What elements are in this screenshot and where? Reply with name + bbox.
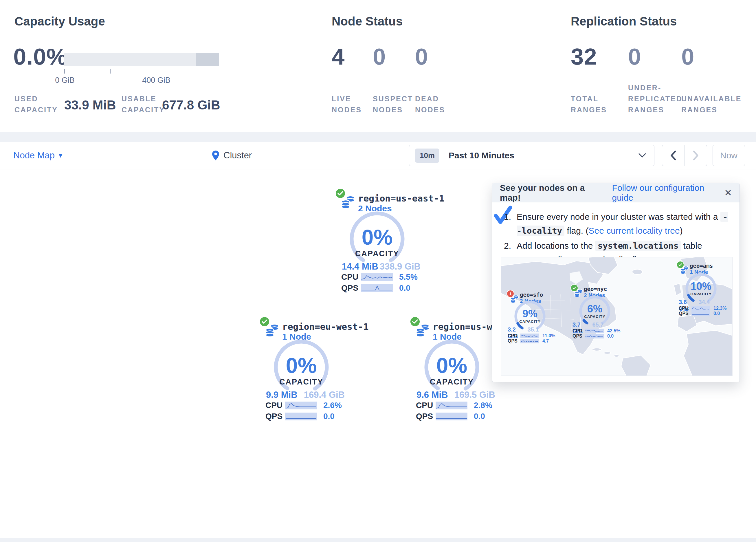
dead-label-line1: DEAD [415, 93, 445, 104]
popup-header: See your nodes on a map! Follow our conf… [492, 183, 740, 202]
page-bottom-strip [0, 538, 756, 542]
tick-label-400: 400 GiB [142, 76, 170, 85]
qps-sparkline [361, 284, 393, 292]
cpu-value: 11.0% [542, 333, 555, 339]
cpu-label: CPU [341, 273, 359, 282]
node-status-title: Node Status [332, 14, 403, 28]
cpu-sparkline [436, 402, 467, 409]
used-value: 9.6 MiB [416, 390, 448, 400]
system-locations-code: system.locations [595, 240, 681, 251]
geo-title: geo=sfo [520, 292, 543, 298]
cpu-label: CPU [416, 401, 434, 410]
capacity-label: CAPACITY [348, 249, 406, 258]
capacity-label: CAPACITY [423, 378, 481, 387]
cpu-label: CPU [572, 328, 584, 334]
capacity-percent-value: 0% [272, 353, 330, 378]
example-node-map-image: 1 geo=sfo 2 Nodes 9% CAPACITY 3.2 GiB 35… [501, 257, 733, 376]
capacity-percent-value: 6% [578, 303, 612, 315]
qps-value: 0.0 [607, 334, 614, 339]
live-nodes-label: LIVE NODES [332, 93, 362, 115]
capacity-percent-value: 9% [513, 308, 547, 320]
qps-label: QPS [679, 311, 690, 316]
time-range-dropdown[interactable]: 10m Past 10 Minutes [409, 145, 654, 166]
under-replicated-line1: UNDER- [628, 82, 682, 93]
cpu-row: CPU 5.5% [341, 273, 425, 282]
step-forward-button[interactable] [685, 145, 707, 166]
qps-sparkline [585, 334, 604, 339]
replication-status-title: Replication Status [571, 14, 677, 28]
cpu-row: CPU 2.8% [416, 401, 500, 410]
total-ranges-value: 32 [571, 43, 597, 70]
qps-label: QPS [341, 284, 359, 293]
qps-sparkline [520, 339, 539, 344]
popup-title: See your nodes on a map! [500, 183, 605, 203]
locality-tree-link[interactable]: See current locality tree [589, 226, 680, 235]
view-selector-node-map[interactable]: Node Map ▾ [13, 142, 62, 169]
qps-label: QPS [265, 412, 283, 421]
total-ranges-label: TOTAL RANGES [571, 93, 607, 115]
time-step-buttons [662, 145, 707, 166]
qps-sparkline [285, 413, 317, 420]
capacity-label: CAPACITY [513, 319, 547, 324]
qps-value: 0.0 [323, 412, 335, 421]
geo-title: geo=ams [690, 262, 713, 269]
capacity-label: CAPACITY [578, 315, 612, 319]
cpu-sparkline [691, 306, 710, 311]
map-node-geo-ams: geo=ams 1 Node 10% CAPACITY 3.6 GiB 34.4… [676, 261, 726, 315]
total-value: 169.4 GiB [304, 390, 345, 400]
node-group-us-east-1[interactable]: region=us-east-1 2 Nodes 0% CAPACITY 14.… [329, 187, 436, 297]
now-button[interactable]: Now [713, 145, 745, 166]
database-icon [265, 323, 280, 338]
summary-band: Capacity Usage 0.0% 0 GiB 400 GiB USED C… [0, 0, 756, 132]
close-icon[interactable]: ✕ [724, 187, 732, 198]
live-nodes-value: 4 [332, 43, 345, 70]
dead-label-line2: NODES [415, 104, 445, 115]
capacity-values: 9.9 MiB 169.4 GiB [266, 390, 345, 400]
tick [156, 69, 156, 73]
step-1-text-c: ) [680, 226, 683, 235]
cpu-label: CPU [679, 306, 690, 311]
total-value: 338.9 GiB [380, 261, 421, 272]
under-replicated-value: 0 [628, 43, 641, 70]
capacity-percent-value: 0% [423, 353, 481, 378]
unavailable-ranges-label: UNAVAILABLE RANGES [681, 93, 742, 115]
cpu-row: CPU 12.3% [679, 306, 728, 311]
chevron-down-icon: ▾ [59, 151, 62, 159]
configuration-guide-link[interactable]: Follow our configuration guide [612, 183, 724, 203]
chevron-right-icon [693, 150, 699, 160]
cpu-sparkline [285, 402, 317, 409]
qps-row: QPS 4.7 [508, 339, 557, 344]
region-title: region=us-east-1 [358, 193, 445, 203]
breadcrumb[interactable]: Cluster [212, 142, 252, 169]
cpu-label: CPU [265, 401, 283, 410]
usable-capacity-label-line2: CAPACITY [122, 104, 165, 115]
total-ranges-line2: RANGES [571, 104, 607, 115]
toolbar-divider [396, 142, 396, 169]
qps-row: QPS 0.0 [572, 334, 622, 339]
cpu-sparkline [585, 329, 604, 333]
step-number: 1. [504, 210, 517, 238]
capacity-label: CAPACITY [272, 378, 330, 387]
capacity-values: 9.6 MiB 169.5 GiB [416, 390, 495, 400]
suspect-label-line2: NODES [373, 104, 413, 115]
step-1: 1. Ensure every node in your cluster was… [504, 210, 729, 238]
under-replicated-label: UNDER- REPLICATED RANGES [628, 82, 682, 115]
qps-value: 0.0 [474, 412, 485, 421]
node-group-eu-west-1[interactable]: region=eu-west-1 1 Node 0% CAPACITY 9.9 … [253, 315, 360, 425]
used-value: 14.4 MiB [342, 261, 378, 272]
cpu-value: 5.5% [399, 273, 418, 282]
under-replicated-line3: RANGES [628, 104, 682, 115]
used-capacity-label-line1: USED [14, 93, 58, 104]
step-back-button[interactable] [662, 145, 685, 166]
tick-label-0: 0 GiB [55, 76, 75, 85]
view-selector-label: Node Map [13, 150, 55, 161]
chevron-left-icon [670, 150, 676, 160]
total-value: 169.5 GiB [454, 390, 495, 400]
suspect-nodes-value: 0 [373, 43, 386, 70]
usable-capacity-label-line1: USABLE [122, 93, 165, 104]
breadcrumb-label: Cluster [223, 150, 252, 161]
qps-label: QPS [572, 334, 584, 339]
capacity-values: 14.4 MiB 338.9 GiB [342, 261, 421, 272]
capacity-percent-value: 0% [348, 225, 406, 249]
used-capacity-label: USED CAPACITY [14, 93, 58, 115]
